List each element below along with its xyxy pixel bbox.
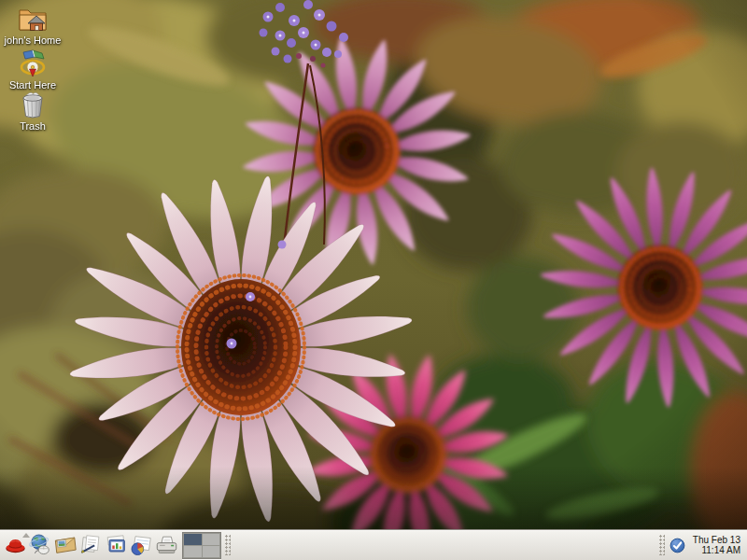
workspace-4[interactable] (203, 546, 220, 557)
update-notifier[interactable] (669, 532, 687, 559)
workspace-switcher (182, 532, 221, 559)
blue-check-icon (669, 538, 685, 553)
main-menu-button[interactable] (3, 532, 28, 559)
start-here-icon (17, 49, 49, 78)
clock-applet[interactable]: Thu Feb 13 11:14 AM (687, 535, 744, 555)
desktop-icon-label: john's Home (5, 35, 62, 46)
print-manager-launcher[interactable] (154, 532, 179, 559)
panel-drag-handle[interactable] (225, 535, 231, 555)
workspace-1[interactable] (184, 534, 202, 545)
desktop-icon-start-here[interactable]: Start Here (2, 49, 63, 91)
bottom-panel: Thu Feb 13 11:14 AM (0, 529, 747, 560)
trash-icon (19, 91, 47, 119)
workspace-3[interactable] (184, 546, 202, 557)
clock-date: Thu Feb 13 (693, 535, 740, 545)
web-browser-launcher[interactable] (28, 532, 53, 559)
email-launcher[interactable] (53, 532, 78, 559)
pie-chart-sheet-icon (129, 533, 154, 557)
notification-area-drag-handle[interactable] (659, 535, 665, 555)
slide-chart-icon (104, 533, 129, 557)
desktop-icon-label: Trash (20, 120, 46, 132)
desktop-icon-label: Start Here (9, 79, 56, 91)
documents-pen-icon (78, 533, 104, 557)
wallpaper-photo (0, 0, 747, 560)
desktop-icon-home[interactable]: john's Home (2, 4, 63, 46)
word-processor-launcher[interactable] (78, 532, 104, 559)
workspace-2[interactable] (203, 534, 220, 545)
globe-mouse-icon (28, 533, 53, 557)
presentation-launcher[interactable] (104, 532, 129, 559)
desktop[interactable]: john's Home Start Here Trash (0, 0, 747, 560)
clock-time: 11:14 AM (693, 545, 740, 555)
spreadsheet-launcher[interactable] (129, 532, 154, 559)
home-folder-icon (16, 4, 49, 34)
desktop-icon-trash[interactable]: Trash (2, 91, 63, 132)
envelope-photo-icon (53, 533, 78, 557)
printer-icon (154, 533, 179, 557)
